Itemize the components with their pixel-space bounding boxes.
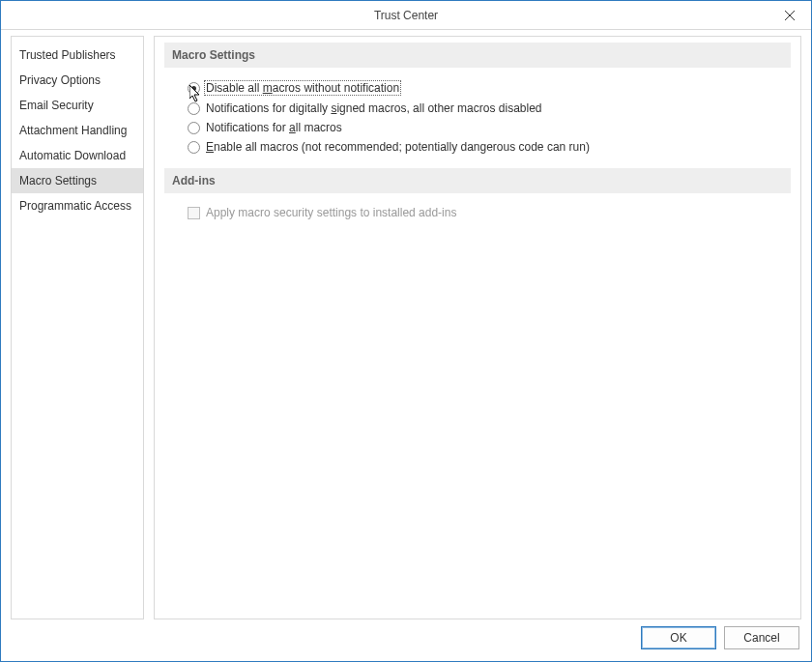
sidebar-item-programmatic-access[interactable]: Programmatic Access bbox=[12, 193, 143, 218]
radio-signed-macros[interactable]: Notifications for digitally signed macro… bbox=[188, 99, 783, 118]
sidebar-item-trusted-publishers[interactable]: Trusted Publishers bbox=[12, 43, 143, 68]
radio-all-macros[interactable]: Notifications for all macros bbox=[188, 118, 783, 137]
window-title: Trust Center bbox=[374, 9, 438, 22]
radio-label: Disable all macros without notification bbox=[204, 80, 401, 96]
ok-button[interactable]: OK bbox=[641, 626, 716, 649]
section-header-addins: Add-ins bbox=[164, 168, 791, 193]
radio-label: Notifications for all macros bbox=[206, 121, 342, 134]
close-button[interactable] bbox=[768, 1, 811, 29]
sidebar: Trusted Publishers Privacy Options Email… bbox=[11, 36, 144, 619]
checkbox-icon bbox=[188, 207, 200, 219]
radio-icon bbox=[188, 141, 200, 154]
addins-body: Apply macro security settings to install… bbox=[164, 203, 791, 234]
checkbox-apply-macro-security: Apply macro security settings to install… bbox=[188, 203, 783, 222]
macro-settings-body: Disable all macros without notification … bbox=[164, 77, 791, 168]
button-bar: OK Cancel bbox=[1, 619, 811, 656]
titlebar: Trust Center bbox=[1, 1, 811, 30]
sidebar-item-email-security[interactable]: Email Security bbox=[12, 93, 143, 118]
sidebar-item-attachment-handling[interactable]: Attachment Handling bbox=[12, 118, 143, 143]
radio-disable-without-notification[interactable]: Disable all macros without notification bbox=[188, 77, 783, 99]
sidebar-item-macro-settings[interactable]: Macro Settings bbox=[12, 168, 143, 193]
radio-label: Notifications for digitally signed macro… bbox=[206, 101, 542, 115]
radio-icon bbox=[188, 122, 200, 134]
radio-enable-all[interactable]: Enable all macros (not recommended; pote… bbox=[188, 137, 783, 157]
sidebar-item-automatic-download[interactable]: Automatic Download bbox=[12, 143, 143, 168]
cancel-button[interactable]: Cancel bbox=[724, 626, 799, 649]
content-panel: Macro Settings Disable all macros withou… bbox=[154, 36, 801, 619]
section-header-macro-settings: Macro Settings bbox=[164, 43, 791, 68]
radio-label: Enable all macros (not recommended; pote… bbox=[206, 140, 590, 154]
close-icon bbox=[785, 11, 795, 20]
checkbox-label: Apply macro security settings to install… bbox=[206, 206, 456, 219]
radio-icon bbox=[188, 102, 200, 115]
radio-icon bbox=[188, 82, 200, 95]
sidebar-item-privacy-options[interactable]: Privacy Options bbox=[12, 68, 143, 93]
main-area: Trusted Publishers Privacy Options Email… bbox=[1, 30, 811, 619]
